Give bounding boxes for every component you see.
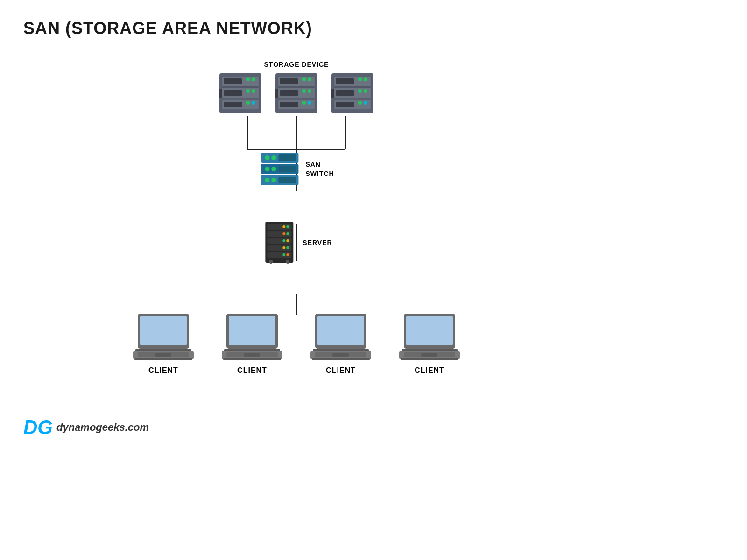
footer-dg-logo: DG: [23, 416, 53, 439]
svg-rect-90: [134, 358, 192, 360]
svg-point-78: [286, 246, 289, 249]
clients-row: CLIENT CLIENT: [131, 313, 462, 375]
svg-point-57: [265, 155, 269, 160]
laptop-icon-1: [131, 313, 196, 362]
client-1: CLIENT: [131, 313, 196, 375]
client-2: CLIENT: [219, 313, 285, 375]
svg-rect-104: [312, 358, 370, 360]
svg-point-77: [282, 239, 285, 242]
svg-point-37: [302, 101, 306, 105]
footer: DG dynamogeeks.com: [23, 416, 149, 439]
server-container: SERVER: [261, 222, 332, 264]
svg-point-48: [364, 77, 367, 81]
svg-rect-62: [278, 166, 296, 172]
svg-rect-32: [280, 102, 298, 107]
svg-point-80: [286, 253, 289, 256]
svg-point-22: [252, 89, 255, 93]
svg-rect-31: [280, 90, 298, 96]
svg-point-83: [286, 260, 289, 264]
svg-point-20: [252, 77, 255, 81]
svg-point-75: [282, 232, 285, 235]
svg-rect-53: [331, 89, 334, 98]
svg-rect-17: [224, 90, 242, 96]
san-switch-label: SAN SWITCH: [305, 160, 334, 178]
client-label-4: CLIENT: [415, 366, 444, 375]
svg-point-63: [265, 178, 269, 182]
svg-rect-103: [332, 353, 349, 357]
main-title: SAN (Storage Area Network): [0, 0, 593, 38]
svg-point-61: [271, 167, 276, 171]
laptop-icon-3: [308, 313, 374, 362]
svg-point-52: [364, 101, 367, 105]
svg-point-33: [302, 77, 306, 81]
svg-point-58: [271, 155, 276, 160]
svg-rect-99: [317, 316, 364, 345]
svg-rect-25: [219, 89, 222, 98]
svg-rect-85: [140, 316, 187, 345]
svg-point-81: [282, 253, 285, 256]
san-switch-container: SAN SWITCH: [259, 152, 334, 187]
svg-point-60: [265, 167, 269, 171]
server-label: SERVER: [303, 239, 332, 246]
footer-url: dynamogeeks.com: [56, 421, 149, 434]
svg-rect-16: [224, 78, 242, 84]
svg-rect-46: [336, 102, 354, 107]
storage-device-label: STORAGE DEVICE: [264, 61, 329, 68]
svg-point-24: [252, 101, 255, 105]
storage-device-3: [329, 72, 376, 114]
svg-point-23: [246, 101, 250, 105]
storage-device-2: [273, 72, 320, 114]
svg-rect-65: [278, 177, 296, 183]
svg-rect-18: [224, 102, 242, 107]
svg-rect-59: [278, 154, 296, 161]
svg-rect-45: [336, 90, 354, 96]
diagram-area: STORAGE DEVICE: [0, 47, 593, 429]
svg-rect-30: [280, 78, 298, 84]
svg-point-38: [308, 101, 311, 105]
svg-rect-106: [406, 316, 453, 345]
svg-point-51: [358, 101, 362, 105]
svg-point-74: [286, 232, 289, 235]
svg-point-21: [246, 89, 250, 93]
client-4: CLIENT: [397, 313, 462, 375]
svg-point-36: [308, 89, 311, 93]
client-label-1: CLIENT: [148, 366, 178, 375]
svg-rect-44: [336, 78, 354, 84]
laptop-icon-4: [397, 313, 462, 362]
svg-point-72: [286, 225, 289, 228]
client-label-3: CLIENT: [326, 366, 356, 375]
svg-point-76: [286, 239, 289, 242]
svg-point-35: [302, 89, 306, 93]
svg-point-79: [282, 246, 285, 249]
san-switch-icon: [259, 152, 301, 187]
client-label-2: CLIENT: [237, 366, 267, 375]
client-3: CLIENT: [308, 313, 374, 375]
svg-rect-89: [155, 353, 171, 357]
svg-point-49: [358, 89, 362, 93]
svg-point-82: [269, 260, 273, 264]
svg-point-34: [308, 77, 311, 81]
storage-device-1: [217, 72, 264, 114]
svg-point-50: [364, 89, 367, 93]
storage-devices-row: [217, 72, 376, 114]
svg-rect-92: [229, 316, 275, 345]
svg-rect-39: [275, 89, 278, 98]
svg-rect-96: [244, 353, 260, 357]
server-icon: [261, 222, 298, 264]
svg-point-73: [282, 225, 285, 228]
laptop-icon-2: [219, 313, 285, 362]
svg-rect-110: [421, 353, 437, 357]
svg-rect-111: [401, 358, 458, 360]
svg-rect-97: [223, 358, 281, 360]
svg-point-47: [358, 77, 362, 81]
svg-point-64: [271, 178, 276, 182]
svg-point-19: [246, 77, 250, 81]
